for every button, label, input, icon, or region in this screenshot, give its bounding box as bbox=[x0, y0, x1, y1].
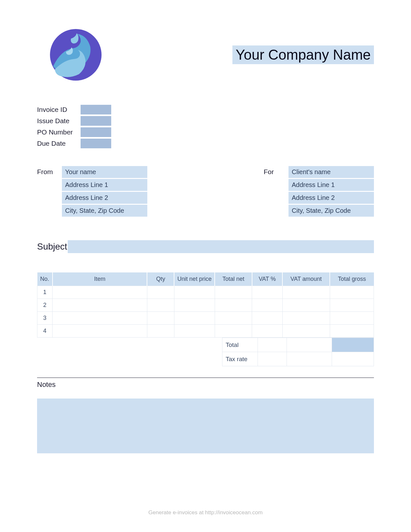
cell-qty[interactable] bbox=[147, 312, 174, 325]
notes-field[interactable] bbox=[37, 399, 374, 453]
cell-vat-pct[interactable] bbox=[252, 325, 282, 338]
due-date-label: Due Date bbox=[37, 140, 81, 147]
tax-rate-label: Tax rate bbox=[222, 352, 258, 366]
cell-vat-pct[interactable] bbox=[252, 286, 282, 299]
invoice-id-field[interactable] bbox=[81, 105, 111, 114]
cell-gross[interactable] bbox=[330, 286, 374, 299]
cell-vat-amount[interactable] bbox=[282, 286, 330, 299]
from-city-field[interactable]: City, State, Zip Code bbox=[62, 205, 147, 217]
company-name[interactable]: Your Company Name bbox=[232, 45, 374, 64]
po-number-field[interactable] bbox=[81, 127, 111, 137]
total-gross-field[interactable] bbox=[332, 338, 374, 352]
table-row: 1 bbox=[37, 286, 374, 299]
issue-date-label: Issue Date bbox=[37, 117, 81, 125]
subject-label: Subject bbox=[37, 241, 68, 252]
for-label: For bbox=[264, 166, 289, 218]
col-header-no: No. bbox=[37, 272, 53, 286]
cell-qty[interactable] bbox=[147, 325, 174, 338]
cell-price[interactable] bbox=[174, 286, 215, 299]
cell-item[interactable] bbox=[53, 325, 147, 338]
items-table: No. Item Qty Unit net price Total net VA… bbox=[37, 272, 374, 338]
due-date-field[interactable] bbox=[81, 139, 111, 148]
table-row: 4 bbox=[37, 325, 374, 338]
from-address2-field[interactable]: Address Line 2 bbox=[62, 192, 147, 204]
cell-item[interactable] bbox=[53, 286, 147, 299]
cell-no[interactable]: 3 bbox=[37, 312, 53, 325]
divider bbox=[37, 378, 374, 378]
cell-vat-pct[interactable] bbox=[252, 312, 282, 325]
col-header-item: Item bbox=[53, 272, 147, 286]
tax-rate-amount-field[interactable] bbox=[287, 352, 332, 366]
wave-logo-icon bbox=[48, 27, 103, 82]
totals-table: Total Tax rate bbox=[222, 338, 374, 366]
cell-item[interactable] bbox=[53, 312, 147, 325]
cell-gross[interactable] bbox=[330, 325, 374, 338]
cell-gross[interactable] bbox=[330, 299, 374, 312]
for-address2-field[interactable]: Address Line 2 bbox=[289, 192, 374, 204]
cell-no[interactable]: 4 bbox=[37, 325, 53, 338]
total-vat-field[interactable] bbox=[258, 338, 287, 352]
col-header-qty: Qty bbox=[147, 272, 174, 286]
invoice-id-label: Invoice ID bbox=[37, 106, 81, 113]
cell-price[interactable] bbox=[174, 312, 215, 325]
cell-vat-amount[interactable] bbox=[282, 325, 330, 338]
col-header-vat-amount: VAT amount bbox=[282, 272, 330, 286]
cell-item[interactable] bbox=[53, 299, 147, 312]
cell-net[interactable] bbox=[215, 299, 252, 312]
footer-link[interactable]: http://invoiceocean.com bbox=[205, 509, 263, 516]
col-header-vat-pct: VAT % bbox=[252, 272, 282, 286]
from-name-field[interactable]: Your name bbox=[62, 166, 147, 178]
cell-qty[interactable] bbox=[147, 286, 174, 299]
for-address1-field[interactable]: Address Line 1 bbox=[289, 179, 374, 191]
for-name-field[interactable]: Client's name bbox=[289, 166, 374, 178]
from-address1-field[interactable]: Address Line 1 bbox=[62, 179, 147, 191]
po-number-label: PO Number bbox=[37, 128, 81, 136]
total-label: Total bbox=[222, 338, 258, 352]
col-header-net: Total net bbox=[215, 272, 252, 286]
tax-rate-vat-field[interactable] bbox=[258, 352, 287, 366]
cell-net[interactable] bbox=[215, 325, 252, 338]
table-row: 2 bbox=[37, 299, 374, 312]
cell-price[interactable] bbox=[174, 325, 215, 338]
tax-rate-gross-field[interactable] bbox=[332, 352, 374, 366]
footer: Generate e-invoices at http://invoiceoce… bbox=[0, 509, 411, 516]
notes-label: Notes bbox=[37, 380, 374, 389]
table-row: 3 bbox=[37, 312, 374, 325]
col-header-price: Unit net price bbox=[174, 272, 215, 286]
footer-text: Generate e-invoices at bbox=[148, 509, 205, 516]
cell-vat-pct[interactable] bbox=[252, 299, 282, 312]
cell-net[interactable] bbox=[215, 312, 252, 325]
cell-qty[interactable] bbox=[147, 299, 174, 312]
total-vat-amount-field[interactable] bbox=[287, 338, 332, 352]
cell-no[interactable]: 1 bbox=[37, 286, 53, 299]
col-header-gross: Total gross bbox=[330, 272, 374, 286]
from-label: From bbox=[37, 166, 62, 218]
cell-vat-amount[interactable] bbox=[282, 299, 330, 312]
for-city-field[interactable]: City, State, Zip Code bbox=[289, 205, 374, 217]
cell-gross[interactable] bbox=[330, 312, 374, 325]
cell-vat-amount[interactable] bbox=[282, 312, 330, 325]
cell-net[interactable] bbox=[215, 286, 252, 299]
issue-date-field[interactable] bbox=[81, 116, 111, 126]
cell-no[interactable]: 2 bbox=[37, 299, 53, 312]
subject-field[interactable] bbox=[68, 240, 374, 253]
cell-price[interactable] bbox=[174, 299, 215, 312]
